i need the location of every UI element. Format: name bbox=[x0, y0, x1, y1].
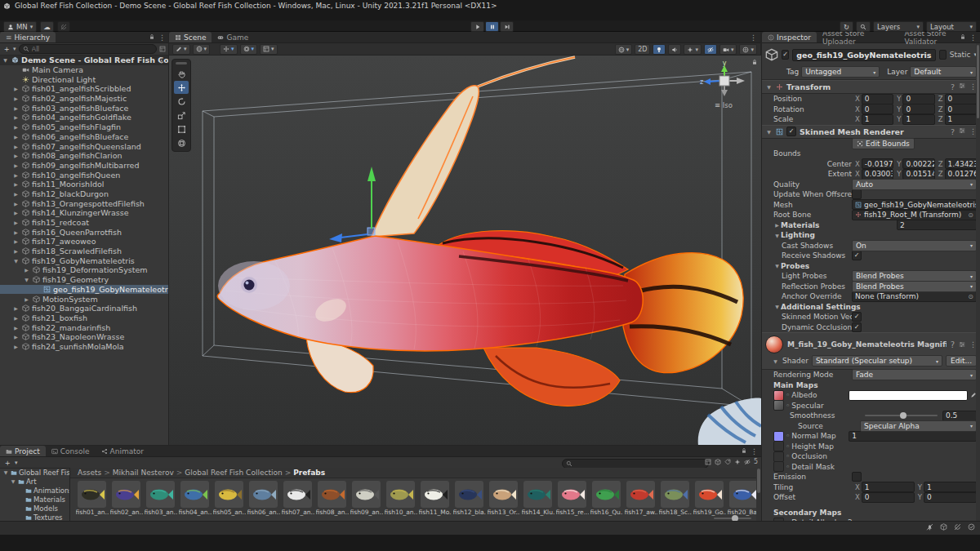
prefab-asset[interactable]: fish07_an... bbox=[281, 481, 314, 521]
z-field[interactable]: 0 bbox=[945, 94, 977, 104]
prefab-asset[interactable]: fish03_an... bbox=[144, 481, 177, 521]
scene-viewport[interactable]: y z ≡ Iso bbox=[169, 56, 761, 446]
quality-dropdown[interactable]: Auto▾ bbox=[852, 179, 977, 190]
y-field[interactable]: 0 bbox=[902, 104, 934, 114]
foldout-arrow-icon[interactable]: ▶ bbox=[12, 134, 20, 140]
project-folder-item[interactable]: Models bbox=[0, 504, 69, 513]
breadcrumb-item[interactable]: > Prefabs bbox=[285, 469, 325, 477]
shading-mode-dropdown[interactable]: ▾ bbox=[615, 44, 633, 55]
skinned-motion-vectors-checkbox[interactable]: ✓ bbox=[852, 312, 862, 322]
project-tab[interactable]: Console bbox=[46, 446, 96, 456]
favorites-star-icon[interactable] bbox=[734, 459, 741, 465]
auto-refresh-disabled-icon[interactable] bbox=[954, 523, 961, 531]
hierarchy-search[interactable] bbox=[19, 44, 157, 54]
materials-count-field[interactable]: 2 bbox=[897, 220, 977, 230]
step-button[interactable] bbox=[500, 21, 514, 32]
project-tab[interactable]: Animator bbox=[96, 446, 149, 456]
hierarchy-item[interactable]: Directional Light bbox=[0, 74, 168, 84]
project-folder-item[interactable]: ▼ Art bbox=[0, 477, 69, 486]
foldout-arrow-icon[interactable]: ▼ bbox=[2, 469, 9, 475]
notifications-muted-icon[interactable] bbox=[926, 523, 933, 531]
help-icon[interactable]: ? bbox=[951, 82, 955, 91]
prefab-asset[interactable]: fish05_an... bbox=[212, 481, 246, 521]
tab-hierarchy[interactable]: ≡Hierarchy bbox=[0, 32, 56, 42]
lock-icon[interactable] bbox=[751, 59, 758, 65]
project-scrollbar[interactable] bbox=[756, 468, 761, 521]
receive-shadows-checkbox[interactable]: ✓ bbox=[852, 251, 862, 260]
2d-toggle-button[interactable]: 2D bbox=[635, 44, 650, 55]
project-search-input[interactable] bbox=[575, 460, 705, 468]
hierarchy-item[interactable]: ▶ fish02_angelfishMajestic bbox=[0, 94, 168, 104]
breadcrumb-item[interactable]: > Mikhail Nesterov bbox=[104, 469, 173, 477]
active-checkbox[interactable]: ✓ bbox=[782, 50, 789, 60]
foldout-arrow-icon[interactable]: ▶ bbox=[23, 296, 30, 302]
x-field[interactable]: 0 bbox=[862, 94, 893, 104]
offset-x-field[interactable]: 0 bbox=[862, 492, 915, 503]
transform-tool-button[interactable] bbox=[174, 136, 189, 149]
hierarchy-item[interactable]: ▶ fish05_angelfishFlagfin bbox=[0, 122, 168, 132]
projection-mode-label[interactable]: ≡ Iso bbox=[697, 101, 750, 109]
dynamic-occlusion-checkbox[interactable]: ✓ bbox=[852, 322, 862, 332]
foldout-arrow-icon[interactable]: ▶ bbox=[12, 248, 20, 254]
services-button[interactable] bbox=[57, 21, 70, 32]
prefab-asset[interactable]: fish08_an... bbox=[315, 481, 349, 521]
presets-icon[interactable] bbox=[959, 127, 965, 134]
cache-server-status-icon[interactable] bbox=[968, 523, 975, 531]
tag-dropdown[interactable]: Untagged▾ bbox=[801, 66, 880, 78]
albedo-texture-thumb[interactable] bbox=[773, 390, 784, 401]
thumbnail-size-slider[interactable] bbox=[714, 518, 751, 519]
cast-shadows-dropdown[interactable]: On▾ bbox=[852, 240, 977, 251]
add-object-button[interactable]: ＋ bbox=[2, 43, 11, 55]
mesh-object-field[interactable]: geo_fish19_GobyNemateleotris⊙ bbox=[852, 199, 977, 210]
foldout-arrow-icon[interactable]: ▶ bbox=[12, 114, 20, 120]
rotate-tool-button[interactable] bbox=[174, 95, 189, 108]
lock-icon[interactable] bbox=[960, 33, 966, 40]
prefab-asset[interactable]: fish16_Qu... bbox=[590, 481, 623, 521]
inspector-scrollbar[interactable] bbox=[976, 43, 980, 521]
specular-texture-thumb[interactable] bbox=[773, 400, 784, 411]
chevron-down-icon[interactable]: ▾ bbox=[15, 460, 18, 466]
foldout-arrow-icon[interactable]: ▶ bbox=[12, 105, 20, 111]
extent-x-field[interactable]: 0.0300332 bbox=[862, 169, 893, 180]
foldout-arrow-icon[interactable]: ▶ bbox=[12, 96, 20, 101]
foldout-arrow-icon[interactable]: ▶ bbox=[12, 315, 20, 321]
x-field[interactable]: 0 bbox=[862, 104, 893, 114]
prefab-asset[interactable]: fish19_Go... bbox=[693, 481, 726, 521]
foldout-arrow-icon[interactable]: ▼ bbox=[12, 258, 20, 264]
height-map-thumb[interactable] bbox=[773, 441, 784, 451]
scene-effects-dropdown[interactable]: ▾ bbox=[684, 44, 702, 55]
prefab-asset[interactable]: fish20_Ba... bbox=[727, 481, 756, 521]
lock-icon[interactable] bbox=[741, 447, 747, 454]
emission-checkbox[interactable] bbox=[852, 472, 862, 482]
scene-view-options-button[interactable]: ▾ bbox=[193, 44, 211, 55]
hierarchy-item[interactable]: ▶ fish06_angelfishBlueface bbox=[0, 132, 168, 142]
center-z-field[interactable]: 1.434237e- bbox=[945, 158, 977, 169]
inspector-tab[interactable]: Asset Store Uploader bbox=[817, 32, 898, 42]
hierarchy-item[interactable]: ▶ fish03_angelfishBlueface bbox=[0, 103, 168, 113]
search-window-icon[interactable] bbox=[159, 46, 166, 52]
prefab-asset[interactable]: fish17_aw... bbox=[624, 481, 657, 521]
move-tool-button[interactable] bbox=[174, 81, 189, 94]
prefab-asset[interactable]: fish13_Or... bbox=[487, 481, 520, 521]
scale-tool-button[interactable] bbox=[174, 109, 189, 122]
scene-camera-dropdown[interactable]: ▾ bbox=[719, 44, 737, 55]
hierarchy-item[interactable]: Main Camera bbox=[0, 65, 168, 75]
component-enabled-checkbox[interactable]: ✓ bbox=[786, 127, 796, 136]
search-window-icon[interactable] bbox=[705, 459, 711, 465]
layers-dropdown[interactable]: Layers▾ bbox=[873, 21, 924, 32]
hierarchy-item[interactable]: ▼ fish19_GobyNemateleotris bbox=[0, 256, 168, 265]
prefab-asset[interactable]: fish02_an... bbox=[109, 481, 143, 521]
normal-map-thumb[interactable] bbox=[773, 431, 784, 442]
breadcrumb-item[interactable]: > Global Reef Fish Collection bbox=[176, 469, 283, 477]
kebab-menu-icon[interactable]: ⋮ bbox=[158, 56, 165, 64]
center-y-field[interactable]: 0.00222796 bbox=[902, 158, 934, 169]
reflection-probes-dropdown[interactable]: Blend Probes▾ bbox=[852, 281, 977, 292]
add-asset-button[interactable]: ＋ bbox=[3, 457, 11, 469]
foldout-arrow-icon[interactable]: ▶ bbox=[12, 201, 20, 207]
prefab-asset[interactable]: fish01_an... bbox=[75, 481, 109, 521]
kebab-menu-icon[interactable]: ⋮ bbox=[751, 447, 758, 455]
tool-handle-position-button[interactable]: ▾ bbox=[220, 44, 238, 55]
project-folder-item[interactable]: Animations bbox=[0, 486, 69, 495]
chevron-down-icon[interactable]: ▾ bbox=[13, 46, 16, 52]
layer-dropdown[interactable]: Default▾ bbox=[910, 66, 977, 78]
